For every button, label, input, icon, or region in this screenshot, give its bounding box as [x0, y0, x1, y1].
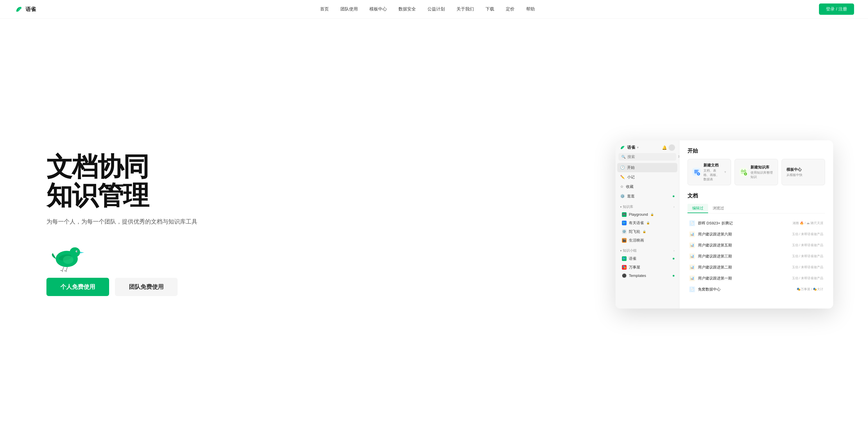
- nav-link-templates[interactable]: 模板中心: [369, 6, 387, 11]
- doc-icon-5: 📊: [689, 275, 695, 281]
- playground-lock-icon: 🔒: [650, 213, 654, 216]
- doc-meta-4: 玉伯 / 来帮语雀做产品: [792, 265, 823, 269]
- doc-row[interactable]: 📊 用户建议跟进第六期 玉伯 / 来帮语雀做产品: [687, 229, 825, 239]
- notification-icon[interactable]: 🔔: [662, 145, 667, 150]
- svg-line-7: [62, 267, 64, 270]
- doc-meta-1: 玉伯 / 来帮语雀做产品: [792, 232, 823, 236]
- flywheel-label: 陀飞轮: [629, 229, 640, 234]
- new-kb-title: 新建知识库: [750, 165, 773, 170]
- logo-icon: [14, 5, 23, 14]
- new-doc-icon: [692, 168, 701, 176]
- template-center-text: 模板中心 从模板中快: [786, 167, 820, 177]
- doc-title-2: 用户建议跟进第五期: [698, 243, 789, 248]
- doc-icon-3: 📊: [689, 254, 695, 259]
- hero-title-line2: 知识管理: [46, 181, 149, 210]
- group-collapse-icon: ▾: [620, 249, 622, 252]
- new-doc-sub: 文档、表格、画板、数据表: [704, 168, 721, 181]
- sidebar-nav-start[interactable]: 🕐 开始: [617, 163, 677, 172]
- sidebar-brand[interactable]: 语雀 ▾: [620, 145, 639, 151]
- nav-link-pricing[interactable]: 定价: [506, 6, 515, 11]
- sidebar-kb-movies[interactable]: 🎬 生活映画: [617, 236, 677, 245]
- bird-svg: [46, 240, 87, 272]
- sidebar-logo-icon: [620, 145, 625, 151]
- doc-row[interactable]: 📄 免窝数据中心 🎭万事屋 / 🎭大计: [687, 284, 825, 295]
- doc-row[interactable]: 📊 用户建议跟进第三期 玉伯 / 来帮语雀做产品: [687, 251, 825, 262]
- login-register-button[interactable]: 登录 / 注册: [819, 3, 854, 15]
- nav-link-about[interactable]: 关于我们: [457, 6, 474, 11]
- svg-line-8: [66, 267, 67, 271]
- nav-link-home[interactable]: 首页: [320, 6, 329, 11]
- navbar: 语雀 首页 团队使用 模板中心 数据安全 公益计划 关于我们 下载 定价 帮助 …: [0, 0, 868, 19]
- sidebar-nav-explore[interactable]: ⚙️ 逛逛: [617, 192, 677, 201]
- sidebar-kb-flywheel[interactable]: ⚙️ 陀飞轮 🔒: [617, 227, 677, 236]
- explore-icon: ⚙️: [620, 194, 625, 198]
- movies-icon: 🎬: [622, 238, 626, 243]
- doc-title-4: 用户建议跟进第二期: [698, 265, 789, 270]
- team-free-button[interactable]: 团队免费使用: [115, 278, 178, 296]
- nav-link-download[interactable]: 下载: [486, 6, 494, 11]
- yuque-group-icon: 🐦: [622, 256, 626, 261]
- tab-edited[interactable]: 编辑过: [687, 204, 708, 213]
- sidebar-search-bar[interactable]: 🔍 ⌘J +: [618, 153, 676, 161]
- doc-icon-2: 📊: [689, 242, 695, 248]
- doc-row[interactable]: 📊 用户建议跟进第五期 玉伯 / 来帮语雀做产品: [687, 240, 825, 251]
- nav-link-public[interactable]: 公益计划: [428, 6, 445, 11]
- doc-row[interactable]: 📊 用户建议跟进第一期 玉伯 / 来帮语雀做产品: [687, 273, 825, 284]
- nav-link-team[interactable]: 团队使用: [340, 6, 358, 11]
- doc-title-6: 免窝数据中心: [698, 287, 794, 292]
- sidebar-group-section: ▾ 知识小组 › 🐦 语雀 🎭 万事屋: [616, 247, 679, 280]
- nav-link-help[interactable]: 帮助: [526, 6, 535, 11]
- new-kb-card[interactable]: 新建知识库 使用知识库整理知识: [735, 159, 778, 185]
- hero-title-line1: 文档协同: [46, 152, 149, 181]
- sidebar-group-yuque[interactable]: 🐦 语雀: [617, 254, 677, 263]
- doc-meta-2: 玉伯 / 来帮语雀做产品: [792, 243, 823, 247]
- doc-meta-3: 玉伯 / 来帮语雀做产品: [792, 254, 823, 258]
- template-center-card[interactable]: 模板中心 从模板中快: [781, 159, 825, 185]
- sidebar-group-templates[interactable]: ⚫ Templates: [617, 272, 677, 280]
- hero-left: 文档协同 知识管理 为每一个人，为每一个团队，提供优秀的文档与知识库工具: [46, 153, 197, 296]
- nav-logo[interactable]: 语雀: [14, 5, 36, 14]
- sidebar-kb-yuque[interactable]: 🐦 有关语雀 🔒: [617, 219, 677, 227]
- hero-bird-illustration: [46, 240, 197, 273]
- search-input[interactable]: [627, 155, 676, 159]
- personal-free-button[interactable]: 个人免费使用: [46, 278, 109, 296]
- tab-browsed[interactable]: 浏览过: [708, 204, 729, 213]
- sidebar-kb-playground[interactable]: 🎮 Playground 🔒: [617, 210, 677, 219]
- sidebar-nav-favorites[interactable]: ☆ 收藏: [617, 182, 677, 191]
- group-section-title: 知识小组: [623, 248, 637, 253]
- svg-marker-3: [80, 252, 84, 254]
- nav-link-security[interactable]: 数据安全: [398, 6, 416, 11]
- hero-right: 语雀 ▾ 🔔 🔍 ⌘J + 🕐: [616, 140, 833, 308]
- yuque-kb-label: 有关语雀: [629, 220, 644, 226]
- app-mockup: 语雀 ▾ 🔔 🔍 ⌘J + 🕐: [616, 140, 833, 308]
- sidebar-header: 语雀 ▾ 🔔: [616, 140, 679, 153]
- new-kb-icon: [739, 168, 748, 176]
- knowledge-section-title: 知识库: [623, 204, 633, 209]
- doc-icon-4: 📊: [689, 264, 695, 270]
- collapse-icon: ▾: [620, 205, 622, 208]
- knowledge-section-header[interactable]: ▾ 知识库 ›: [617, 203, 677, 210]
- group-section-header[interactable]: ▾ 知识小组 ›: [617, 247, 677, 254]
- knowledge-chevron: ›: [674, 205, 675, 208]
- new-kb-sub: 使用知识库整理知识: [750, 170, 773, 179]
- avatar-icon[interactable]: [669, 144, 675, 151]
- start-icon: 🕐: [620, 165, 625, 170]
- sidebar-group-events[interactable]: 🎭 万事屋: [617, 263, 677, 272]
- templates-group-label: Templates: [629, 273, 646, 278]
- new-doc-card[interactable]: 新建文档 文档、表格、画板、数据表 ▾: [687, 159, 731, 185]
- hero-section: 文档协同 知识管理 为每一个人，为每一个团队，提供优秀的文档与知识库工具: [0, 19, 868, 430]
- doc-row[interactable]: 📄 群晖 DS923+ 折腾记 湘雅 🔥 / ⛰ 陋尺天涯: [687, 218, 825, 229]
- doc-meta-6: 🎭万事屋 / 🎭大计: [797, 287, 823, 291]
- svg-point-0: [20, 7, 22, 9]
- doc-meta-5: 玉伯 / 来帮语雀做产品: [792, 276, 823, 280]
- start-section-title: 开始: [687, 147, 825, 154]
- sidebar-nav-notes[interactable]: ✏️ 小记: [617, 172, 677, 182]
- doc-row[interactable]: 📊 用户建议跟进第二期 玉伯 / 来帮语雀做产品: [687, 262, 825, 272]
- hero-buttons: 个人免费使用 团队免费使用: [46, 278, 197, 296]
- app-sidebar: 语雀 ▾ 🔔 🔍 ⌘J + 🕐: [616, 140, 679, 308]
- main-content: 开始: [679, 140, 833, 308]
- favorites-icon: ☆: [620, 185, 624, 189]
- events-label: 万事屋: [629, 265, 640, 270]
- doc-title-5: 用户建议跟进第一期: [698, 276, 789, 281]
- templates-group-dot: [673, 275, 675, 276]
